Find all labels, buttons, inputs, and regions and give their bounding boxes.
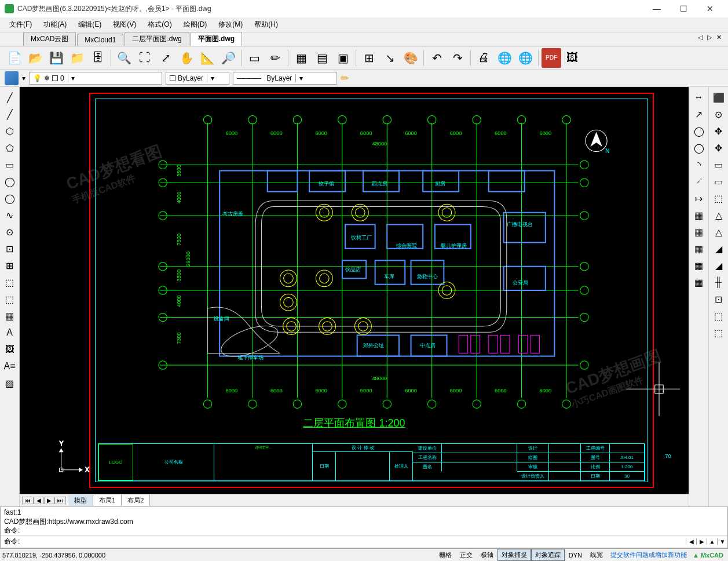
image-icon[interactable]: 🖼 [1,341,19,358]
explode-icon[interactable]: ⊡ [710,291,727,307]
ortho-toggle[interactable]: 正交 [456,549,477,561]
pdf-icon[interactable]: PDF [542,48,561,68]
layer-off-icon[interactable]: ▦ [690,224,708,240]
select-icon[interactable]: ▭ [244,48,264,68]
minimize-button[interactable]: — [643,0,670,17]
rectangle-icon[interactable]: ▭ [1,156,19,173]
dyn-toggle[interactable]: DYN [565,550,586,560]
undo-icon[interactable]: ↶ [427,48,447,68]
pencil-icon[interactable]: ✏ [341,72,349,85]
stretch-icon[interactable]: ▭ [710,173,727,190]
xline-icon[interactable]: ╱ [1,106,19,122]
dim-angular-icon[interactable]: ⟋ [690,173,708,190]
doc-tab[interactable]: MxCAD云图 [23,32,76,46]
array-icon[interactable]: ⬚ [710,308,727,324]
dim-icon[interactable]: ▣ [333,48,353,68]
layer-dropdown[interactable]: 💡❄0 ▾ [29,72,162,85]
dropdown-arrow-icon[interactable]: ▾ [68,74,78,82]
trim-icon[interactable]: ⬚ [710,190,727,206]
dim-diameter-icon[interactable]: ◯ [690,140,708,156]
menu-format[interactable]: 格式(O) [143,18,176,31]
command-input[interactable] [23,538,686,546]
table-icon[interactable]: ▦ [1,308,19,324]
polar-toggle[interactable]: 极轴 [477,549,497,561]
dim-ordinate-icon[interactable]: ↦ [690,190,708,206]
scale-icon[interactable]: ▭ [710,156,727,173]
open-icon[interactable]: 📂 [25,48,45,68]
scroll-left-icon[interactable]: ◀ [686,538,696,545]
dim-linear-icon[interactable]: ↔ [690,89,708,105]
feedback-link[interactable]: 提交软件问题或增加新功能 [607,551,690,559]
block-icon[interactable]: ⊞ [1,257,19,274]
rotate-icon[interactable]: ✥ [710,140,727,156]
move-icon[interactable]: ✥ [710,123,727,139]
dim-aligned-icon[interactable]: ↗ [690,106,708,122]
hatch-icon[interactable]: ⬚ [1,274,19,290]
arrow-icon[interactable]: ▾ [22,74,25,82]
zoom-realtime-icon[interactable]: 🔎 [218,48,238,68]
model-tab[interactable]: 模型 [68,495,93,506]
circle-icon[interactable]: ◯ [1,190,19,206]
break-icon[interactable]: ╫ [710,274,727,290]
menu-edit[interactable]: 编辑(E) [74,18,106,31]
layer-freeze-icon[interactable]: ▦ [690,241,708,257]
pan-icon[interactable]: ✋ [177,48,196,68]
dropdown-arrow-icon[interactable]: ▾ [207,74,217,82]
prev-tab-icon[interactable]: ◀ [34,497,44,504]
tab-prev[interactable]: ◁ [696,34,704,41]
polygon-icon[interactable]: ⬡ [1,123,19,139]
region-icon[interactable]: ⬚ [1,291,19,307]
layout-tab[interactable]: 布局2 [122,495,150,506]
menu-function[interactable]: 功能(A) [39,18,71,31]
menu-file[interactable]: 文件(F) [5,18,36,31]
layout-tab[interactable]: 布局1 [93,495,122,506]
zoom-icon[interactable]: 🔍 [114,48,134,68]
web2-icon[interactable]: 🌐 [515,48,535,68]
scroll-up-icon[interactable]: ▲ [707,538,717,545]
save-icon[interactable]: 💾 [46,48,66,68]
mirror2-icon[interactable]: △ [710,224,727,240]
doc-tab[interactable]: MxCloud1 [77,34,123,46]
folder-icon[interactable]: 📁 [67,48,87,68]
color-icon[interactable]: 🎨 [401,48,420,68]
close-button[interactable]: ✕ [697,0,723,17]
text-icon[interactable]: A [1,325,19,341]
osnap-toggle[interactable]: 对象捕捉 [497,549,531,561]
spline-icon[interactable]: ∿ [1,207,19,223]
linetype-dropdown[interactable]: ———— ByLayer ▾ [233,72,337,85]
drawing-canvas[interactable]: 6000 6000 6000 6000 6000 6000 6000 6000 … [20,87,689,494]
lineweight-toggle[interactable]: 线宽 [586,549,607,561]
line-icon[interactable]: ╱ [1,89,19,105]
layer-manager-icon[interactable] [5,71,19,85]
dim-radius-icon[interactable]: ◯ [690,123,708,139]
erase-icon[interactable]: ⬛ [710,89,727,105]
zoom-extents-icon[interactable]: ⤢ [156,48,175,68]
doc-tab[interactable]: 二层平面图.dwg [125,32,189,46]
scroll-right-icon[interactable]: ▶ [696,538,707,545]
properties-icon[interactable]: ▦ [291,48,311,68]
pentagon-icon[interactable]: ⬠ [1,140,19,156]
web-icon[interactable]: 🌐 [495,48,514,68]
color-dropdown[interactable]: ByLayer ▾ [166,72,229,85]
point-icon[interactable]: ⊡ [1,241,19,257]
image-icon[interactable]: 🖼 [562,48,582,68]
tab-next[interactable]: ▷ [705,34,714,41]
scroll-down-icon[interactable]: ▼ [717,538,727,545]
dim-arc-icon[interactable]: ◝ [690,156,708,173]
saveall-icon[interactable]: 🗄 [88,48,108,68]
layer-on-icon[interactable]: ▦ [690,207,708,223]
redo-icon[interactable]: ↷ [448,48,467,68]
first-tab-icon[interactable]: ⏮ [22,497,34,504]
measure-icon[interactable]: 📐 [197,48,217,68]
snap-grid-toggle[interactable]: 栅格 [435,549,456,561]
fillet-icon[interactable]: ◢ [710,241,727,257]
print-icon[interactable]: 🖨 [474,48,493,68]
chamfer-icon[interactable]: ◢ [710,257,727,274]
layers-icon[interactable]: ▤ [312,48,332,68]
menu-draw[interactable]: 绘图(D) [179,18,212,31]
layer-thaw-icon[interactable]: ▦ [690,257,708,274]
table-icon[interactable]: ⊞ [359,48,379,68]
dropdown-arrow-icon[interactable]: ▾ [295,74,306,82]
gradient-icon[interactable]: ▨ [1,375,19,391]
ellipse-icon[interactable]: ⊙ [1,224,19,240]
